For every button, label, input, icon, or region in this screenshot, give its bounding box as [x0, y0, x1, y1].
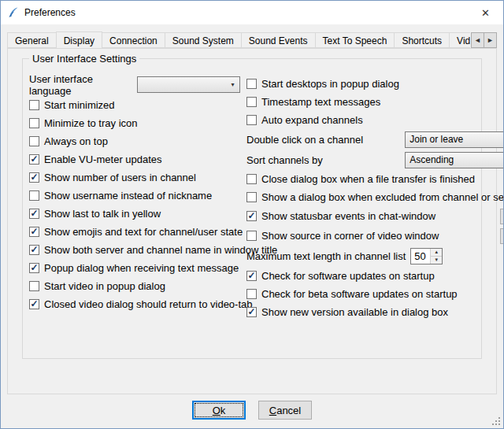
unchecked-checkbox-icon[interactable]	[29, 136, 39, 146]
tab-scroll-left-button[interactable]: ◄	[471, 32, 484, 48]
checkbox-row[interactable]: Start desktops in popup dialog	[246, 75, 504, 93]
more-options-button[interactable]: ...	[500, 209, 504, 224]
language-row: User interface language ▾	[29, 75, 240, 94]
more-options-button[interactable]: ...	[500, 228, 504, 244]
checked-checkbox-icon[interactable]: ✓	[29, 299, 39, 309]
spin-up-button[interactable]: ▲	[431, 249, 442, 257]
checked-checkbox-icon[interactable]: ✓	[29, 245, 39, 255]
app-icon	[7, 6, 20, 19]
unchecked-checkbox-icon[interactable]	[29, 281, 39, 291]
cancel-button[interactable]: Cancel	[258, 401, 312, 420]
checkbox-row[interactable]: ✓Show last to talk in yellow	[29, 205, 240, 223]
checkbox-row[interactable]: Show a dialog box when excluded from cha…	[246, 188, 504, 206]
close-button[interactable]: ✕	[468, 1, 503, 24]
checkbox-label: Show statusbar events in chat-window	[261, 210, 435, 222]
max-text-length-value: 50	[411, 249, 430, 264]
checkbox-label: Enable VU-meter updates	[44, 153, 162, 165]
group-title: User Interface Settings	[29, 53, 139, 65]
checkbox-row[interactable]: Minimize to tray icon	[29, 114, 240, 132]
unchecked-checkbox-icon[interactable]	[246, 174, 257, 184]
checkbox-row[interactable]: Close dialog box when a file transfer is…	[246, 170, 504, 188]
tab-scroll-left-icon: ◄	[474, 36, 481, 44]
checkbox-row[interactable]: ✓Show new version available in dialog bo…	[246, 303, 504, 321]
tab-strip: GeneralDisplayConnectionSound SystemSoun…	[7, 31, 470, 48]
resize-grip[interactable]	[498, 423, 500, 425]
checkbox-label: Show username instead of nickname	[44, 190, 212, 202]
checkbox-row[interactable]: ✓Check for software updates on startup	[246, 267, 504, 285]
spin-down-button[interactable]: ▼	[431, 257, 442, 264]
checkbox-row[interactable]: ✓Popup dialog when receiving text messag…	[29, 259, 240, 277]
sort-channels-row: Sort channels by Ascending ▾	[246, 150, 504, 170]
tab-sound-system[interactable]: Sound System	[165, 32, 242, 48]
checkbox-row[interactable]: ✓Show emojis and text for channel/user s…	[29, 223, 240, 241]
checkbox-row[interactable]: Timestamp text messages	[246, 93, 504, 111]
display-tab-page: User Interface Settings User interface l…	[7, 48, 497, 394]
checkbox-label: Check for software updates on startup	[261, 270, 435, 282]
checkbox-row[interactable]: ✓Show both server and channel name in wi…	[29, 241, 240, 259]
preferences-window: Preferences ✕ GeneralDisplayConnectionSo…	[0, 0, 504, 429]
checked-checkbox-icon[interactable]: ✓	[29, 263, 39, 273]
window-title: Preferences	[24, 7, 76, 18]
spinner-buttons: ▲ ▼	[430, 249, 442, 264]
double-click-combo[interactable]: Join or leave ▾	[405, 131, 504, 148]
sort-channels-label: Sort channels by	[246, 154, 323, 166]
checkbox-row[interactable]: Always on top	[29, 132, 240, 150]
checked-checkbox-icon[interactable]: ✓	[246, 211, 257, 221]
checkbox-row[interactable]: Check for beta software updates on start…	[246, 285, 504, 303]
checkbox-label: Show new version available in dialog box	[261, 306, 448, 318]
checked-checkbox-icon[interactable]: ✓	[29, 227, 39, 237]
checked-checkbox-icon[interactable]: ✓	[246, 271, 257, 281]
checkbox-label: Minimize to tray icon	[44, 117, 137, 129]
ok-button[interactable]: Ok	[192, 401, 246, 420]
checkbox-row[interactable]: Show source in corner of video window...	[246, 226, 504, 246]
checkbox-label: Close dialog box when a file transfer is…	[261, 173, 475, 185]
checkbox-label: Closed video dialog should return to vid…	[44, 298, 253, 310]
unchecked-checkbox-icon[interactable]	[246, 231, 257, 241]
tab-sound-events[interactable]: Sound Events	[241, 32, 316, 48]
unchecked-checkbox-icon[interactable]	[246, 115, 257, 125]
unchecked-checkbox-icon[interactable]	[29, 100, 39, 110]
checkbox-row[interactable]: Auto expand channels	[246, 111, 504, 129]
tab-scroll-right-button[interactable]: ►	[484, 32, 497, 48]
tab-scroll-right-icon: ►	[487, 36, 494, 44]
unchecked-checkbox-icon[interactable]	[246, 289, 257, 299]
checkbox-row[interactable]: Start minimized	[29, 96, 240, 114]
unchecked-checkbox-icon[interactable]	[246, 192, 257, 202]
max-text-length-spinner[interactable]: 50 ▲ ▼	[410, 248, 443, 264]
tab-general[interactable]: General	[7, 32, 57, 48]
checked-checkbox-icon[interactable]: ✓	[246, 307, 257, 317]
unchecked-checkbox-icon[interactable]	[29, 118, 39, 128]
checkbox-row[interactable]: Start video in popup dialog	[29, 277, 240, 295]
right-bottom-checkbox-list: ✓Check for software updates on startupCh…	[246, 267, 504, 321]
checkbox-label: Show number of users in channel	[44, 172, 196, 183]
language-combo[interactable]: ▾	[137, 76, 240, 93]
checkbox-label: Start video in popup dialog	[44, 280, 165, 292]
checkbox-row[interactable]: ✓Closed video dialog should return to vi…	[29, 295, 240, 313]
sort-channels-combo[interactable]: Ascending ▾	[405, 152, 504, 168]
checked-checkbox-icon[interactable]: ✓	[29, 209, 39, 219]
tab-shortcuts[interactable]: Shortcuts	[394, 32, 450, 48]
titlebar: Preferences ✕	[1, 1, 503, 24]
close-icon: ✕	[481, 7, 490, 19]
checkbox-label: Show emojis and text for channel/user st…	[44, 226, 243, 238]
checkbox-row[interactable]: ✓Show number of users in channel	[29, 168, 240, 187]
tab-video[interactable]: Video	[449, 32, 470, 48]
checkbox-row[interactable]: ✓Show statusbar events in chat-window...	[246, 206, 504, 226]
unchecked-checkbox-icon[interactable]	[246, 97, 257, 107]
checkbox-row[interactable]: ✓Enable VU-meter updates	[29, 150, 240, 168]
tab-connection[interactable]: Connection	[102, 32, 165, 48]
checkbox-row[interactable]: Show username instead of nickname	[29, 187, 240, 205]
tab-text-to-speech[interactable]: Text To Speech	[315, 32, 395, 48]
checkbox-label: Show source in corner of video window	[261, 230, 439, 242]
tab-display[interactable]: Display	[56, 31, 102, 48]
checked-checkbox-icon[interactable]: ✓	[29, 154, 39, 165]
unchecked-checkbox-icon[interactable]	[246, 79, 257, 89]
user-interface-settings-group: User Interface Settings User interface l…	[22, 58, 482, 359]
max-text-length-row: Maximum text length in channel list 50 ▲…	[246, 246, 504, 267]
left-column: User interface language ▾ Start minimize…	[29, 75, 240, 321]
checkbox-label: Start minimized	[44, 99, 115, 111]
language-label: User interface language	[29, 73, 137, 97]
checked-checkbox-icon[interactable]: ✓	[29, 172, 39, 183]
unchecked-checkbox-icon[interactable]	[29, 190, 39, 201]
checkbox-label: Always on top	[44, 135, 108, 147]
